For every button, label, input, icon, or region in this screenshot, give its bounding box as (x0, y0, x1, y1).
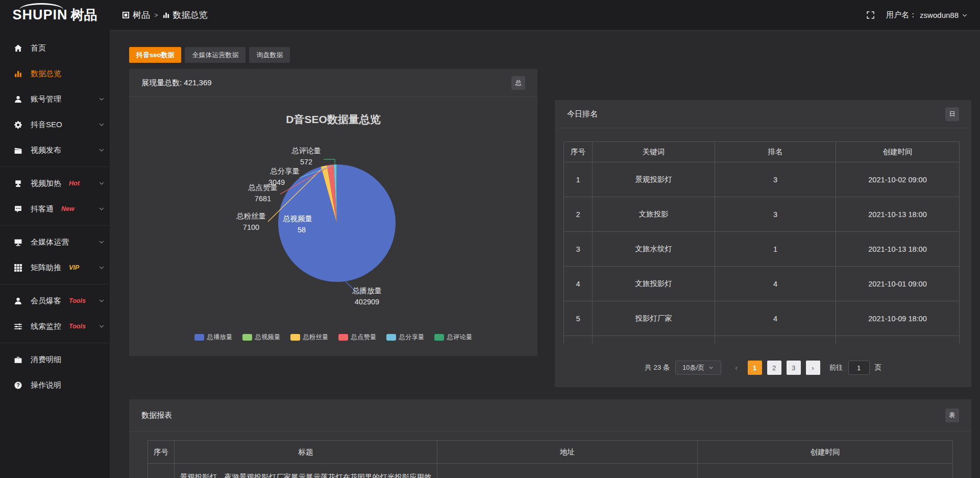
index-cell: 1 (148, 464, 175, 478)
table-cell (593, 336, 715, 344)
page-buttons: 123 (748, 361, 801, 375)
fullscreen-button[interactable] (866, 11, 875, 19)
pie-label-value: 402909 (355, 298, 379, 306)
table-cell: 1 (715, 232, 836, 267)
sidebar-item-badge: New (61, 205, 75, 212)
sidebar-item-会员爆客[interactable]: 会员爆客Tools (0, 288, 110, 314)
table-cell: 文旅投影灯 (593, 267, 715, 301)
ranking-panel: 今日排名 日 序号关键词排名创建时间 1景观投影灯32021-10-02 09:… (555, 100, 971, 387)
sidebar-item-视频加热[interactable]: 视频加热Hot (0, 171, 110, 196)
page-button-2[interactable]: 2 (767, 361, 781, 375)
goto-label: 前往 (829, 363, 843, 372)
time-cell: 2021-11-22 12:08 (698, 464, 953, 478)
tab-抖音seo数据[interactable]: 抖音seo数据 (129, 47, 181, 63)
sidebar-item-操作说明[interactable]: ?操作说明 (0, 372, 110, 398)
chevron-down-icon (708, 365, 714, 370)
pie-label-value: 58 (298, 226, 306, 234)
table-cell (715, 336, 836, 344)
chevron-down-icon (99, 96, 105, 102)
sidebar-item-抖客通[interactable]: 抖客通New (0, 196, 110, 222)
table-cell: 2021-10-09 18:00 (836, 301, 960, 336)
table-cell: 4 (564, 267, 593, 301)
url-cell: https://www.iesdouyin.com/share/video/70… (437, 464, 698, 478)
impressions-total-label: 展现量总数: (141, 78, 182, 87)
chart-panel-header: 展现量总数: 421,369 总 (129, 69, 537, 97)
page-size-select[interactable]: 10条/页 (675, 361, 721, 375)
pie-label-name: 总分享量 (270, 167, 300, 175)
sidebar-item-抖音SEO[interactable]: 抖音SEO (0, 112, 110, 137)
report-table-button[interactable]: 表 (945, 409, 959, 422)
sidebar-item-首页[interactable]: 首页 (0, 35, 110, 61)
sidebar-item-账号管理[interactable]: 账号管理 (0, 86, 110, 112)
page-unit-label: 页 (875, 363, 882, 372)
chevron-down-icon (99, 206, 105, 212)
sidebar-item-消费明细[interactable]: 消费明细 (0, 347, 110, 372)
prev-page-button[interactable]: ‹ (730, 361, 743, 375)
sidebar-item-线索监控[interactable]: 线索监控Tools (0, 314, 110, 339)
column-header-关键词: 关键词 (593, 142, 715, 162)
breadcrumb-root[interactable]: 树品 (122, 9, 150, 21)
chevron-down-icon (99, 323, 105, 329)
tab-bar: 抖音seo数据全媒体运营数据询盘数据 (129, 47, 971, 63)
table-row: 4文旅投影灯42021-10-01 09:00 (564, 267, 960, 301)
sidebar-item-label: 账号管理 (31, 94, 61, 104)
table-cell: 3 (715, 162, 836, 197)
table-cell: 投影灯厂家 (593, 301, 715, 336)
wallet-icon (14, 355, 23, 364)
sidebar-item-label: 抖客通 (31, 204, 54, 214)
monitor-icon (14, 238, 23, 247)
video-publish-icon (14, 146, 23, 155)
report-table: 序号标题地址创建时间 1景观投影灯，夜游景观投影灯厂家展示展示落花灯在花园里的灯… (148, 440, 953, 478)
table-cell: 景观投影灯 (593, 162, 715, 197)
bar-chart-icon (162, 11, 170, 19)
member-icon (14, 297, 23, 305)
app-grid-icon (122, 11, 130, 19)
sidebar-item-label: 抖音SEO (31, 120, 62, 130)
tab-询盘数据[interactable]: 询盘数据 (249, 47, 290, 63)
report-panel: 数据报表 表 序号标题地址创建时间 1景观投影灯，夜游景观投影灯厂家展示展示落花… (129, 399, 971, 478)
next-page-button[interactable]: › (806, 361, 820, 375)
sidebar-item-视频发布[interactable]: 视频发布 (0, 137, 110, 163)
sidebar-item-全媒体运营[interactable]: 全媒体运营 (0, 229, 110, 255)
sidebar-item-label: 视频发布 (31, 146, 61, 155)
table-cell: 3 (564, 232, 593, 267)
pie-label-value: 7100 (243, 223, 259, 231)
sidebar-divider (0, 284, 110, 284)
column-header-标题: 标题 (175, 441, 437, 464)
header-right: 用户名：zswodun88 (866, 10, 968, 20)
ranking-panel-header: 今日排名 日 (555, 100, 971, 128)
pie-label-line (324, 159, 335, 165)
sidebar-item-数据总览[interactable]: 数据总览 (0, 61, 110, 86)
impressions-total-value: 421,369 (184, 78, 211, 87)
sidebar-item-label: 会员爆客 (31, 296, 61, 306)
ranking-day-button[interactable]: 日 (945, 107, 959, 121)
chart-total-button[interactable]: 总 (511, 76, 525, 90)
sidebar-item-label: 全媒体运营 (31, 237, 69, 247)
table-cell (564, 336, 593, 344)
page-size-value: 10条/页 (682, 364, 704, 372)
sidebar-divider (0, 343, 110, 343)
sidebar-item-label: 线索监控 (31, 322, 61, 331)
table-cell: 文旅投影 (593, 197, 715, 232)
table-cell: 2021-10-13 18:00 (836, 197, 960, 232)
table-row: 1景观投影灯32021-10-02 09:00 (564, 162, 960, 197)
sidebar-item-badge: Hot (69, 180, 80, 187)
sidebar-item-label: 矩阵助推 (31, 263, 61, 273)
report-table-header-row: 序号标题地址创建时间 (148, 441, 953, 464)
user-menu[interactable]: 用户名：zswodun88 (886, 10, 968, 20)
ranking-table: 序号关键词排名创建时间 1景观投影灯32021-10-02 09:002文旅投影… (564, 141, 960, 344)
column-header-地址: 地址 (437, 441, 698, 464)
goto-page-input[interactable] (848, 361, 870, 375)
table-row: 3文旅水纹灯12021-10-13 18:00 (564, 232, 960, 267)
sidebar-item-矩阵助推[interactable]: 矩阵助推VIP (0, 255, 110, 280)
chevron-down-icon (99, 298, 105, 304)
page-button-3[interactable]: 3 (787, 361, 801, 375)
top-header: SHUPIN 树品 树品 > 数据总览 用户名：zswodun88 (0, 0, 980, 30)
table-cell: 2 (564, 197, 593, 232)
page-button-1[interactable]: 1 (748, 361, 762, 375)
column-header-创建时间: 创建时间 (698, 441, 953, 464)
chevron-down-icon (99, 147, 105, 153)
tab-全媒体运营数据[interactable]: 全媒体运营数据 (185, 47, 246, 63)
table-cell: 2021-10-02 09:00 (836, 162, 960, 197)
sidebar-item-badge: VIP (69, 264, 79, 271)
